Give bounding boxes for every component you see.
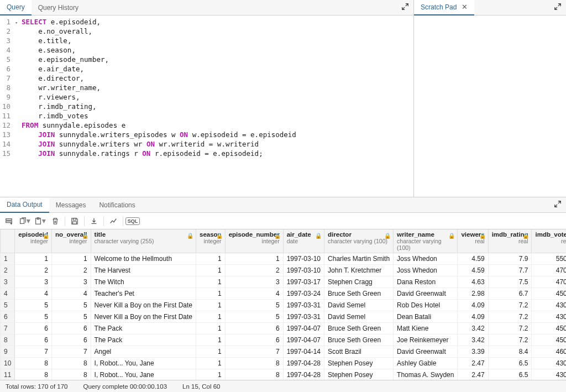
scratch-tab-bar: Scratch Pad ✕ bbox=[414, 0, 566, 15]
column-header-director[interactable]: directorcharacter varying (100)🔒 bbox=[324, 229, 394, 253]
column-header-no_overall[interactable]: no_overallinteger🔒 bbox=[52, 229, 91, 253]
sql-editor[interactable]: 123456789101112131415 ▾ SELECT e.episode… bbox=[0, 15, 413, 197]
tab-data-output[interactable]: Data Output bbox=[0, 197, 49, 213]
lock-icon: 🔒 bbox=[82, 233, 88, 239]
scratch-pad-body[interactable] bbox=[414, 15, 566, 197]
table-row[interactable]: 444Teacher's Pet141997-03-24Bruce Seth G… bbox=[1, 288, 567, 300]
fold-column: ▾ bbox=[15, 17, 22, 197]
tab-notifications[interactable]: Notifications bbox=[92, 198, 142, 212]
svg-rect-1 bbox=[6, 221, 12, 223]
column-header-episode_number[interactable]: episode_numberinteger🔒 bbox=[225, 229, 283, 253]
results-toolbar: ▶ ▶ SQL bbox=[0, 213, 566, 229]
lock-icon: 🔒 bbox=[522, 233, 529, 239]
status-cursor-pos: Ln 15, Col 60 bbox=[182, 383, 220, 390]
save-button[interactable] bbox=[67, 215, 82, 228]
sql-button[interactable]: SQL bbox=[125, 215, 140, 228]
svg-rect-0 bbox=[6, 218, 12, 220]
svg-rect-6 bbox=[73, 221, 77, 223]
table-row[interactable]: 655Never Kill a Boy on the First Date151… bbox=[1, 311, 567, 323]
expand-icon[interactable] bbox=[554, 3, 562, 12]
lock-icon: 🔒 bbox=[315, 233, 322, 239]
column-header-air_date[interactable]: air_datedate🔒 bbox=[283, 229, 324, 253]
line-gutter: 123456789101112131415 bbox=[0, 17, 15, 197]
lock-icon: 🔒 bbox=[384, 233, 391, 239]
table-row[interactable]: 222The Harvest121997-03-10John T. Kretch… bbox=[1, 265, 567, 276]
column-header-episodeid[interactable]: episodeidinteger🔒 bbox=[15, 229, 52, 253]
scratch-pad-panel: Scratch Pad ✕ bbox=[414, 0, 566, 197]
column-header-title[interactable]: titlecharacter varying (255)🔒 bbox=[91, 229, 196, 253]
table-row[interactable]: 333The Witch131997-03-17Stephen CraggDan… bbox=[1, 276, 567, 288]
column-header-viewers[interactable]: viewersreal🔒 bbox=[458, 229, 488, 253]
column-header-imdb_rating[interactable]: imdb_ratingreal🔒 bbox=[488, 229, 532, 253]
lock-icon: 🔒 bbox=[187, 233, 193, 239]
results-grid-scroll[interactable]: episodeidinteger🔒no_overallinteger🔒title… bbox=[0, 229, 566, 380]
status-bar: Total rows: 170 of 170 Query complete 00… bbox=[0, 380, 566, 392]
lock-icon: 🔒 bbox=[43, 233, 49, 239]
paste-button[interactable]: ▶ bbox=[33, 215, 47, 228]
column-header-season[interactable]: seasoninteger🔒 bbox=[196, 229, 225, 253]
delete-button[interactable] bbox=[48, 215, 62, 228]
chart-button[interactable] bbox=[106, 215, 120, 228]
lock-icon: 🔒 bbox=[448, 233, 455, 239]
table-row[interactable]: 555Never Kill a Boy on the First Date151… bbox=[1, 300, 567, 311]
expand-icon[interactable] bbox=[401, 3, 409, 12]
table-row[interactable]: 111Welcome to the Hellmouth111997-03-10C… bbox=[1, 253, 567, 265]
table-row[interactable]: 766The Pack161997-04-07Bruce Seth GreenM… bbox=[1, 323, 567, 334]
svg-rect-5 bbox=[73, 218, 76, 220]
results-grid: episodeidinteger🔒no_overallinteger🔒title… bbox=[0, 229, 566, 380]
query-editor-panel: Query Query History 12345678910111213141… bbox=[0, 0, 414, 197]
close-icon[interactable]: ✕ bbox=[462, 3, 468, 11]
lock-icon: 🔒 bbox=[274, 233, 281, 239]
copy-button[interactable]: ▶ bbox=[17, 215, 32, 228]
table-row[interactable]: 1188I, Robot... You, Jane181997-04-28Ste… bbox=[1, 369, 567, 380]
output-tab-bar: Data Output Messages Notifications bbox=[0, 197, 566, 213]
expand-icon[interactable] bbox=[554, 200, 562, 210]
scratch-tab-label: Scratch Pad bbox=[421, 3, 457, 11]
svg-rect-2 bbox=[20, 218, 24, 223]
add-row-button[interactable] bbox=[2, 215, 16, 228]
download-button[interactable] bbox=[87, 215, 101, 228]
column-header-writer_name[interactable]: writer_namecharacter varying (100)🔒 bbox=[394, 229, 458, 253]
table-row[interactable]: 1088I, Robot... You, Jane181997-04-28Ste… bbox=[1, 358, 567, 369]
tab-scratch-pad[interactable]: Scratch Pad ✕ bbox=[414, 0, 474, 15]
tab-query[interactable]: Query bbox=[0, 0, 32, 15]
tab-query-history[interactable]: Query History bbox=[32, 1, 85, 15]
status-total-rows: Total rows: 170 of 170 bbox=[6, 383, 68, 390]
tab-messages[interactable]: Messages bbox=[49, 198, 93, 212]
status-query-complete: Query complete 00:00:00.103 bbox=[83, 383, 167, 390]
table-row[interactable]: 866The Pack161997-04-07Bruce Seth GreenJ… bbox=[1, 334, 567, 346]
column-header-imdb_votes[interactable]: imdb_votesreal🔒 bbox=[532, 229, 566, 253]
editor-tab-bar: Query Query History bbox=[0, 0, 413, 15]
table-row[interactable]: 977Angel171997-04-14Scott BrazilDavid Gr… bbox=[1, 346, 567, 358]
lock-icon: 🔒 bbox=[216, 233, 223, 239]
code-content[interactable]: SELECT e.episodeid, e.no_overall, e.titl… bbox=[22, 17, 296, 197]
lock-icon: 🔒 bbox=[479, 233, 486, 239]
